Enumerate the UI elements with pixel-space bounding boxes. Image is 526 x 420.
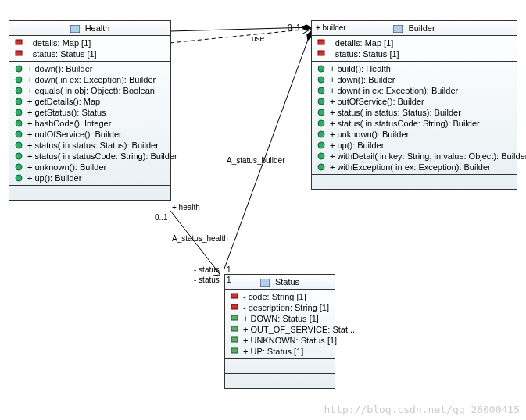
class-name: Status (275, 277, 299, 287)
operation: + outOfService(): Builder (315, 96, 513, 107)
method-icon (14, 151, 25, 161)
label-status-role: - status (194, 265, 220, 274)
operation: + unknown(): Builder (315, 129, 513, 140)
attribute: - status: Status [1] (315, 48, 513, 59)
operation: + down( in ex: Exception): Builder (315, 85, 513, 96)
svg-rect-37 (231, 348, 238, 353)
class-header-status: Status (225, 275, 335, 290)
label-builder-role: + builder (316, 23, 346, 32)
method-icon (14, 130, 25, 139)
svg-rect-36 (231, 337, 238, 342)
static-field-icon (230, 314, 241, 323)
field-icon (14, 49, 25, 59)
operation: + up(): Builder (315, 140, 513, 151)
svg-rect-20 (318, 51, 324, 55)
operations-section: + build(): Health + down(): Builder + do… (312, 62, 517, 175)
field-icon (230, 303, 241, 312)
svg-point-11 (16, 109, 22, 116)
watermark: http://blog.csdn.net/qq_26000415 (324, 404, 520, 415)
svg-point-28 (318, 142, 324, 148)
operation: + withDetail( in key: String, in value: … (315, 151, 513, 162)
label-mult: 1 (227, 265, 231, 274)
empty-section (9, 186, 170, 200)
svg-point-26 (318, 120, 324, 126)
attributes-section: - code: String [1] - description: String… (225, 290, 335, 359)
svg-rect-18 (393, 25, 403, 33)
svg-point-9 (16, 87, 22, 94)
method-icon (317, 97, 327, 106)
attribute: + UNKNOWN: Status [1] (228, 335, 331, 346)
attribute: - description: String [1] (228, 302, 331, 313)
svg-rect-34 (231, 315, 238, 320)
method-icon (317, 151, 327, 161)
label-use: use (252, 34, 264, 43)
operation: + hashCode(): Integer (13, 118, 167, 129)
method-icon (14, 141, 25, 150)
class-icon (260, 279, 270, 287)
method-icon (14, 108, 25, 117)
method-icon (14, 75, 25, 84)
svg-point-17 (16, 175, 22, 181)
svg-point-15 (16, 153, 22, 159)
label-status-role: - status (194, 276, 220, 284)
svg-point-22 (318, 77, 324, 83)
field-icon (14, 38, 25, 48)
method-icon (14, 162, 25, 172)
svg-rect-32 (231, 294, 238, 298)
method-icon (317, 141, 327, 150)
operation: + down( in ex: Exception): Builder (13, 74, 167, 85)
svg-point-8 (16, 77, 22, 83)
method-icon (14, 97, 25, 106)
attribute: + OUT_OF_SERVICE: Stat... (228, 324, 331, 335)
class-name: Builder (408, 23, 435, 33)
svg-point-25 (318, 109, 324, 116)
field-icon (317, 49, 327, 59)
method-icon (317, 108, 327, 117)
class-health[interactable]: Health - details: Map [1] - status: Stat… (9, 20, 171, 201)
attributes-section: - details: Map [1] - status: Status [1] (9, 36, 170, 62)
class-icon (393, 25, 403, 33)
static-field-icon (230, 347, 241, 356)
svg-point-16 (16, 164, 22, 170)
class-header-health: Health (9, 21, 170, 36)
class-status[interactable]: Status - code: String [1] - description:… (224, 274, 335, 389)
operation: + getDetails(): Map (13, 96, 167, 107)
svg-point-13 (16, 131, 22, 137)
svg-rect-35 (231, 326, 238, 331)
label-mult: 0..1 (155, 213, 168, 222)
method-icon (14, 64, 25, 73)
static-field-icon (230, 336, 241, 345)
label-mult: 1 (227, 276, 231, 284)
svg-point-24 (318, 98, 324, 105)
operation: + status( in statusCode: String): Builde… (315, 118, 513, 129)
attribute: - details: Map [1] (315, 37, 513, 48)
method-icon (317, 86, 327, 95)
operation: + unknown(): Builder (13, 162, 167, 173)
field-icon (230, 292, 241, 301)
svg-point-27 (318, 131, 324, 137)
label-mult: 0..1 (288, 23, 301, 32)
svg-rect-5 (16, 40, 22, 44)
operation: + down(): Builder (13, 63, 167, 74)
svg-point-10 (16, 98, 22, 105)
method-icon (317, 119, 327, 128)
class-icon (70, 25, 80, 33)
attribute: - status: Status [1] (13, 48, 167, 59)
operation: + build(): Health (315, 63, 513, 74)
label-assoc-health: A_status_health (172, 234, 228, 243)
attribute: + UP: Status [1] (228, 346, 331, 357)
svg-rect-4 (70, 25, 80, 33)
class-builder[interactable]: Builder - details: Map [1] - status: Sta… (311, 20, 517, 190)
method-icon (317, 162, 327, 172)
static-field-icon (230, 325, 241, 334)
operation: + down(): Builder (315, 74, 513, 85)
empty-section (312, 175, 517, 189)
svg-point-7 (16, 66, 22, 72)
operation: + withException( in ex: Exception): Buil… (315, 162, 513, 173)
svg-line-2 (224, 31, 311, 269)
label-health-role: + health (172, 203, 200, 212)
method-icon (317, 64, 327, 73)
method-icon (14, 119, 25, 128)
operation: + status( in status: Status): Builder (13, 140, 167, 151)
field-icon (317, 38, 327, 48)
